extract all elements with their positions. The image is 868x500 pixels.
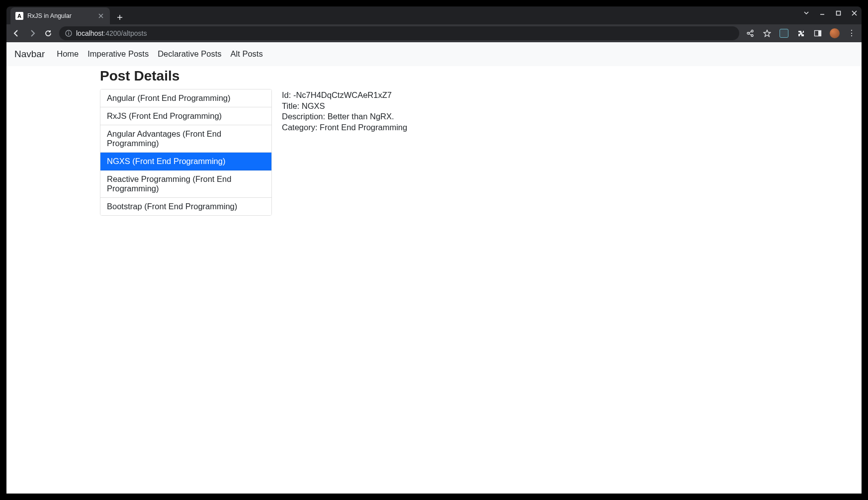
browser-tab-strip: A RxJS in Angular [6, 6, 862, 24]
list-item[interactable]: Angular Advantages (Front End Programmin… [100, 125, 271, 153]
bookmark-star-icon[interactable] [762, 28, 772, 38]
profile-avatar[interactable] [830, 28, 840, 38]
panel-icon[interactable] [813, 28, 823, 38]
url-text: localhost:4200/altposts [76, 29, 147, 37]
toolbar-right: ⋮ [745, 28, 857, 38]
app-navbar: Navbar HomeImperative PostsDeclarative P… [6, 42, 862, 66]
list-item[interactable]: NGXS (Front End Programming) [100, 153, 271, 170]
svg-point-2 [68, 31, 69, 32]
nav-link[interactable]: Imperative Posts [87, 49, 149, 59]
share-icon[interactable] [745, 28, 755, 38]
list-item[interactable]: Angular (Front End Programming) [100, 89, 271, 107]
post-detail: Id: -Nc7H4DqCtzWCAeR1xZ7 Title: NGXS Des… [282, 89, 647, 216]
kebab-menu-icon[interactable]: ⋮ [847, 28, 857, 38]
chevron-down-icon[interactable] [802, 8, 811, 17]
address-bar[interactable]: localhost:4200/altposts [59, 26, 739, 40]
detail-category: Category: Front End Programming [282, 122, 647, 133]
tab-title: RxJS in Angular [27, 12, 93, 19]
detail-id: Id: -Nc7H4DqCtzWCAeR1xZ7 [282, 90, 647, 100]
svg-point-4 [751, 30, 753, 32]
tab-favicon: A [15, 12, 23, 20]
svg-rect-3 [68, 33, 69, 35]
list-item[interactable]: Reactive Programming (Front End Programm… [100, 170, 271, 198]
new-tab-button[interactable] [113, 10, 127, 24]
svg-rect-8 [818, 31, 821, 36]
site-info-icon[interactable] [65, 30, 72, 37]
window-controls [802, 8, 859, 17]
minimize-icon[interactable] [818, 8, 827, 17]
svg-rect-0 [836, 11, 840, 15]
close-tab-icon[interactable] [97, 12, 105, 20]
navbar-brand[interactable]: Navbar [14, 49, 45, 60]
list-item[interactable]: Bootstrap (Front End Programming) [100, 198, 271, 215]
extensions-puzzle-icon[interactable] [796, 28, 806, 38]
browser-toolbar: localhost:4200/altposts [6, 24, 862, 42]
detail-title: Title: NGXS [282, 101, 647, 111]
maximize-icon[interactable] [834, 8, 843, 17]
back-icon[interactable] [11, 28, 21, 38]
nav-link[interactable]: Declarative Posts [158, 49, 221, 59]
post-list: Angular (Front End Programming)RxJS (Fro… [100, 89, 272, 216]
nav-link[interactable]: Alt Posts [231, 49, 263, 59]
reload-icon[interactable] [43, 28, 53, 38]
browser-tab[interactable]: A RxJS in Angular [10, 7, 110, 24]
extension-box-icon[interactable] [779, 28, 789, 38]
forward-icon[interactable] [27, 28, 37, 38]
nav-link[interactable]: Home [57, 49, 79, 59]
svg-point-5 [747, 32, 749, 34]
detail-description: Description: Better than NgRX. [282, 111, 647, 122]
page-title: Post Details [100, 68, 647, 84]
svg-point-6 [751, 35, 753, 37]
page-content: Navbar HomeImperative PostsDeclarative P… [6, 42, 862, 494]
list-item[interactable]: RxJS (Front End Programming) [100, 107, 271, 125]
close-window-icon[interactable] [850, 8, 859, 17]
